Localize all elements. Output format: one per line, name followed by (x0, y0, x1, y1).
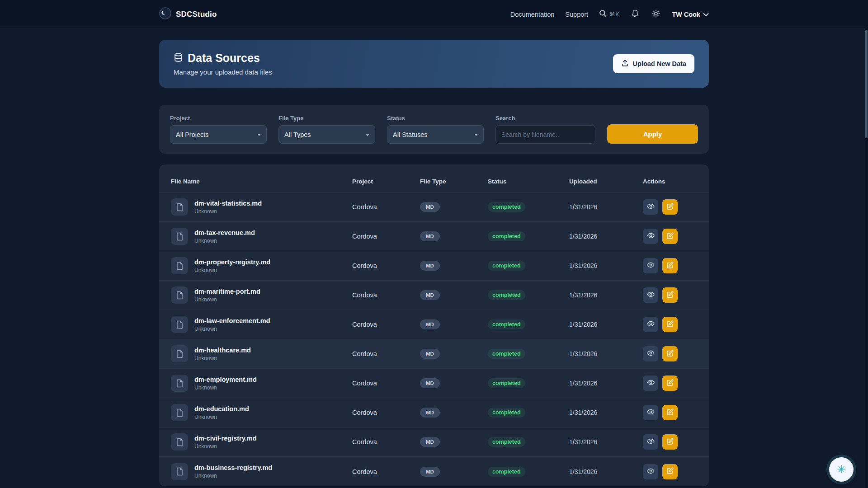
uploaded-date: 1/31/2026 (569, 262, 643, 269)
edit-button[interactable] (662, 464, 678, 479)
page-header: Data Sources Manage your uploaded data f… (159, 40, 709, 88)
table-row[interactable]: dm-business-registry.md Unknown Cordova … (159, 457, 709, 486)
notifications-button[interactable] (630, 9, 640, 20)
table-row[interactable]: dm-vital-statistics.md Unknown Cordova M… (159, 192, 709, 222)
edit-button[interactable] (662, 375, 678, 391)
search-filter-label: Search (495, 115, 595, 122)
status-badge: completed (488, 290, 525, 300)
file-subtitle: Unknown (194, 355, 251, 361)
edit-button[interactable] (662, 405, 678, 420)
uploaded-date: 1/31/2026 (569, 291, 643, 299)
table-row[interactable]: dm-law-enforcement.md Unknown Cordova MD… (159, 310, 709, 339)
apply-button[interactable]: Apply (607, 124, 698, 144)
search-trigger[interactable]: ⌘K (599, 9, 619, 19)
edit-icon (666, 291, 674, 300)
file-type-filter-select[interactable]: All Types (278, 125, 375, 144)
status-badge: completed (488, 261, 525, 271)
file-name: dm-vital-statistics.md (194, 200, 262, 207)
file-subtitle: Unknown (194, 385, 257, 391)
file-icon (171, 316, 188, 333)
file-type-filter-label: File Type (278, 115, 375, 122)
table-row[interactable]: dm-maritime-port.md Unknown Cordova MD c… (159, 281, 709, 310)
edit-icon (666, 467, 674, 476)
edit-button[interactable] (662, 229, 678, 244)
table-row[interactable]: dm-civil-registry.md Unknown Cordova MD … (159, 427, 709, 457)
view-button[interactable] (643, 346, 658, 361)
file-icon (171, 433, 188, 450)
file-name: dm-healthcare.md (194, 347, 251, 354)
edit-button[interactable] (662, 287, 678, 303)
file-type-badge: MD (420, 231, 440, 241)
upload-new-data-button[interactable]: Upload New Data (613, 54, 694, 73)
top-navbar: SDCStudio Documentation Support ⌘K (0, 0, 868, 29)
col-project: Project (352, 178, 420, 185)
edit-icon (666, 320, 674, 329)
eye-icon (647, 320, 655, 328)
uploaded-date: 1/31/2026 (569, 468, 643, 475)
edit-button[interactable] (662, 199, 678, 215)
table-row[interactable]: dm-property-registry.md Unknown Cordova … (159, 251, 709, 281)
edit-icon (666, 232, 674, 241)
edit-button[interactable] (662, 346, 678, 361)
view-button[interactable] (643, 229, 658, 244)
table-header: File Name Project File Type Status Uploa… (159, 171, 709, 192)
status-badge: completed (488, 349, 525, 359)
file-subtitle: Unknown (194, 443, 257, 450)
col-file-type: File Type (420, 178, 488, 185)
edit-button[interactable] (662, 258, 678, 273)
scrollbar-thumb[interactable] (865, 30, 868, 138)
view-button[interactable] (643, 375, 658, 391)
file-icon (171, 257, 188, 274)
file-subtitle: Unknown (194, 238, 255, 244)
project-filter-label: Project (170, 115, 267, 122)
brand-name: SDCStudio (176, 10, 217, 19)
user-menu[interactable]: TW Cook (672, 10, 709, 19)
edit-button[interactable] (662, 434, 678, 450)
col-uploaded: Uploaded (569, 178, 643, 185)
project-cell: Cordova (352, 409, 420, 416)
assistant-button[interactable]: ✳ (829, 457, 854, 482)
edit-icon (666, 203, 674, 211)
data-sources-table: File Name Project File Type Status Uploa… (159, 164, 709, 486)
edit-button[interactable] (662, 317, 678, 332)
project-filter-select[interactable]: All Projects (170, 125, 267, 144)
status-badge: completed (488, 231, 525, 241)
view-button[interactable] (643, 258, 658, 273)
status-badge: completed (488, 437, 525, 447)
upload-button-label: Upload New Data (633, 60, 686, 67)
file-subtitle: Unknown (194, 208, 262, 215)
col-actions: Actions (643, 178, 697, 185)
table-row[interactable]: dm-education.md Unknown Cordova MD compl… (159, 398, 709, 427)
table-row[interactable]: dm-healthcare.md Unknown Cordova MD comp… (159, 339, 709, 369)
search-input[interactable] (495, 125, 595, 144)
view-button[interactable] (643, 434, 658, 450)
eye-icon (647, 203, 655, 211)
nav-link-documentation[interactable]: Documentation (510, 11, 555, 18)
status-badge: completed (488, 202, 525, 212)
status-filter-select[interactable]: All Statuses (387, 125, 484, 144)
project-cell: Cordova (352, 291, 420, 299)
sparkle-icon: ✳ (837, 463, 846, 476)
uploaded-date: 1/31/2026 (569, 350, 643, 357)
table-row[interactable]: dm-tax-revenue.md Unknown Cordova MD com… (159, 222, 709, 251)
file-name: dm-civil-registry.md (194, 435, 257, 442)
view-button[interactable] (643, 287, 658, 303)
uploaded-date: 1/31/2026 (569, 438, 643, 446)
nav-link-support[interactable]: Support (565, 11, 588, 18)
view-button[interactable] (643, 317, 658, 332)
file-name: dm-business-registry.md (194, 464, 272, 471)
brand[interactable]: SDCStudio (159, 7, 217, 21)
status-filter-label: Status (387, 115, 484, 122)
view-button[interactable] (643, 464, 658, 479)
database-icon (174, 52, 183, 64)
page-subtitle: Manage your uploaded data files (174, 68, 272, 76)
project-cell: Cordova (352, 380, 420, 387)
view-button[interactable] (643, 199, 658, 215)
search-shortcut: ⌘K (609, 11, 619, 18)
theme-toggle-button[interactable] (651, 9, 661, 20)
view-button[interactable] (643, 405, 658, 420)
file-icon (171, 345, 188, 362)
file-name: dm-property-registry.md (194, 258, 270, 266)
table-row[interactable]: dm-employment.md Unknown Cordova MD comp… (159, 369, 709, 398)
page-title: Data Sources (188, 52, 260, 65)
